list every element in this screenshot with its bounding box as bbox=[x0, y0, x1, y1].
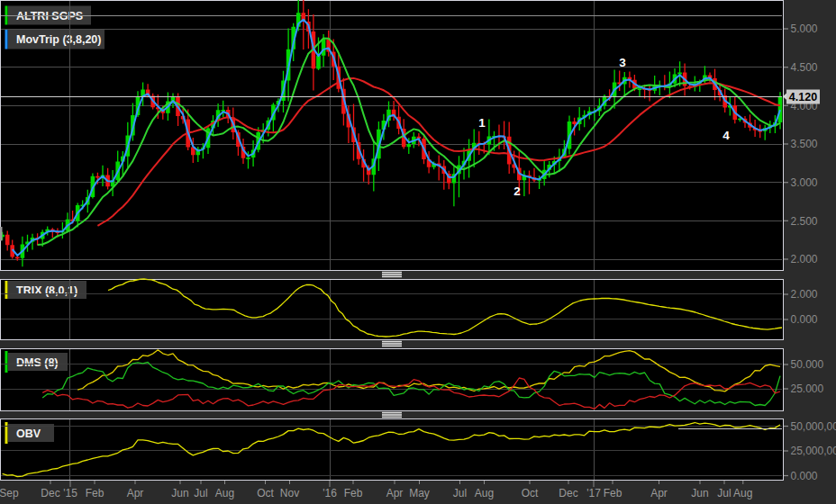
svg-text:Dec: Dec bbox=[559, 487, 577, 500]
svg-text:50.000: 50.000 bbox=[791, 358, 824, 371]
svg-text:2: 2 bbox=[513, 184, 521, 198]
svg-text:Aug: Aug bbox=[215, 487, 234, 500]
svg-text:3.500: 3.500 bbox=[791, 138, 818, 150]
svg-text:'16: '16 bbox=[323, 487, 337, 500]
svg-text:Apr: Apr bbox=[650, 487, 668, 500]
svg-text:DMS (8): DMS (8) bbox=[16, 356, 59, 369]
svg-text:'15: '15 bbox=[63, 487, 77, 500]
svg-text:50,000,000: 50,000,000 bbox=[791, 420, 836, 433]
svg-text:0.000: 0.000 bbox=[791, 470, 818, 482]
svg-text:1: 1 bbox=[478, 116, 486, 130]
svg-text:Jun: Jun bbox=[691, 487, 708, 500]
svg-text:Nov: Nov bbox=[280, 487, 299, 500]
svg-text:Sep: Sep bbox=[0, 487, 19, 500]
svg-text:0.000: 0.000 bbox=[791, 313, 818, 326]
svg-text:4.500: 4.500 bbox=[791, 61, 818, 74]
svg-text:Feb: Feb bbox=[604, 487, 622, 500]
svg-text:Apr: Apr bbox=[386, 487, 404, 500]
svg-text:Jul: Jul bbox=[717, 487, 731, 500]
svg-text:3: 3 bbox=[619, 56, 626, 69]
svg-text:4: 4 bbox=[722, 129, 730, 142]
svg-text:3.000: 3.000 bbox=[791, 176, 818, 189]
svg-text:MovTrip (3,8,20): MovTrip (3,8,20) bbox=[16, 33, 101, 46]
svg-text:Feb: Feb bbox=[344, 487, 363, 500]
svg-text:Jul: Jul bbox=[194, 487, 207, 500]
svg-text:TRIX (8,0,1): TRIX (8,0,1) bbox=[16, 284, 77, 297]
svg-text:May: May bbox=[409, 487, 430, 500]
svg-text:4.120: 4.120 bbox=[789, 91, 817, 104]
svg-text:Oct: Oct bbox=[257, 487, 274, 500]
svg-text:Aug: Aug bbox=[475, 487, 494, 500]
svg-text:Jun: Jun bbox=[171, 487, 188, 500]
svg-text:'17: '17 bbox=[586, 487, 601, 500]
svg-text:25.000: 25.000 bbox=[791, 382, 824, 395]
svg-text:Jul: Jul bbox=[453, 487, 467, 500]
svg-text:5.000: 5.000 bbox=[791, 22, 818, 35]
svg-text:Apr: Apr bbox=[127, 487, 144, 500]
svg-text:Feb: Feb bbox=[86, 487, 104, 500]
svg-text:2.000: 2.000 bbox=[791, 288, 818, 301]
svg-text:Oct: Oct bbox=[522, 487, 539, 500]
svg-text:25,000,000: 25,000,000 bbox=[791, 445, 836, 457]
svg-text:OBV: OBV bbox=[16, 428, 41, 440]
svg-text:Dec: Dec bbox=[41, 487, 59, 500]
svg-text:2.000: 2.000 bbox=[791, 253, 818, 266]
svg-text:2.500: 2.500 bbox=[791, 215, 818, 228]
svg-text:Aug: Aug bbox=[733, 487, 752, 500]
